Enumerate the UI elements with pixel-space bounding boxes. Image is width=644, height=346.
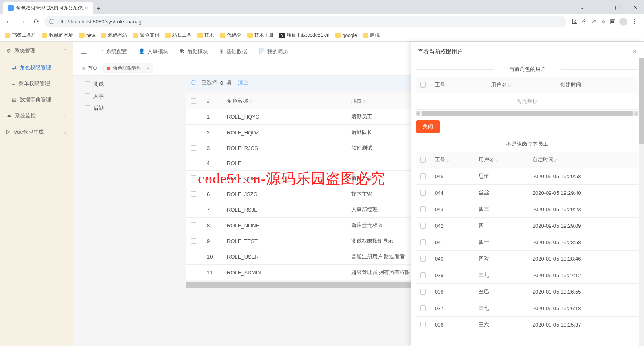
table-row[interactable]: 045思伍2020-09-05 19:29:58 bbox=[416, 168, 638, 185]
checkbox[interactable] bbox=[420, 322, 426, 327]
menu-icon: 👤 bbox=[138, 48, 145, 54]
checkbox[interactable] bbox=[191, 254, 196, 260]
dropdown-icon[interactable]: ⌄ bbox=[573, 0, 591, 14]
checkbox[interactable] bbox=[420, 206, 426, 212]
checkbox[interactable] bbox=[420, 239, 426, 245]
tree-item[interactable]: 人事 bbox=[77, 90, 182, 102]
checkbox[interactable] bbox=[420, 256, 426, 262]
checkbox[interactable] bbox=[420, 190, 426, 196]
bookmark-item[interactable]: 书签工具栏 bbox=[5, 32, 36, 39]
checkbox[interactable] bbox=[191, 270, 196, 275]
bookmark-item[interactable]: Y项目下载:code51.cn bbox=[279, 32, 330, 39]
tree-item[interactable]: 后勤 bbox=[77, 102, 182, 114]
horizontal-scrollbar[interactable]: ◂▸ bbox=[416, 111, 638, 116]
folder-icon bbox=[197, 33, 203, 38]
page-tab[interactable]: 首页 bbox=[78, 63, 101, 73]
checkbox[interactable] bbox=[191, 161, 196, 166]
checkbox[interactable] bbox=[420, 289, 426, 295]
top-menu-item[interactable]: ⌂系统配置 bbox=[101, 48, 127, 55]
sidebar-group-system[interactable]: ⚙系统管理 ⌃ bbox=[0, 42, 73, 60]
sort-icon[interactable]: ◇ bbox=[446, 83, 449, 87]
sidebar-toggle[interactable]: ☰ bbox=[80, 47, 87, 56]
checkbox[interactable] bbox=[191, 222, 196, 228]
vertical-scrollbar[interactable] bbox=[639, 58, 644, 346]
browser-tab[interactable]: 角色权限管理 OA协同办公系统 × bbox=[3, 2, 93, 14]
top-menu-item[interactable]: 🛠后勤模块 bbox=[180, 48, 208, 55]
checkbox[interactable] bbox=[85, 93, 90, 99]
close-icon[interactable]: × bbox=[632, 47, 637, 56]
tree-item[interactable]: 测试 bbox=[77, 78, 182, 90]
table-row[interactable]: 038仝巴2020-09-05 19:26:55 bbox=[416, 284, 638, 300]
checkbox[interactable] bbox=[420, 173, 426, 179]
sidebar-group-vue[interactable]: ▷Vue代码生成 ⌄ bbox=[0, 124, 73, 140]
checkbox[interactable] bbox=[191, 145, 196, 151]
url-input[interactable]: ⓘ http://localhost:8080/sys/role-manage bbox=[44, 16, 566, 27]
reload-button[interactable]: ⟳ bbox=[31, 16, 42, 27]
sort-icon[interactable]: ◇ bbox=[249, 99, 252, 103]
checkbox[interactable] bbox=[191, 175, 196, 181]
bookmark-item[interactable]: 源码网站 bbox=[101, 32, 127, 39]
new-tab-button[interactable]: + bbox=[93, 3, 104, 14]
table-row[interactable]: 040四玲2020-09-05 19:28:46 bbox=[416, 251, 638, 267]
checkbox[interactable] bbox=[191, 191, 196, 197]
table-row[interactable]: 044丝丝2020-09-05 19:29:40 bbox=[416, 185, 638, 201]
extension-icon[interactable]: ▣ bbox=[610, 18, 615, 26]
bookmark-item[interactable]: 腾讯 bbox=[363, 32, 380, 39]
table-row[interactable]: 041四一2020-09-05 19:28:58 bbox=[416, 234, 638, 251]
star-icon[interactable]: ☆ bbox=[601, 18, 606, 26]
checkbox[interactable] bbox=[191, 207, 196, 212]
key-icon[interactable]: ⚿ bbox=[572, 18, 578, 26]
table-row[interactable]: 039三九2020-09-05 19:27:12 bbox=[416, 267, 638, 284]
checkbox[interactable] bbox=[191, 130, 196, 135]
checkbox[interactable] bbox=[191, 238, 196, 244]
bookmark-item[interactable]: new bbox=[79, 33, 95, 38]
sort-icon[interactable]: ◇ bbox=[554, 158, 557, 162]
close-icon[interactable]: × bbox=[85, 5, 88, 11]
bookmark-item[interactable]: 技术手册 bbox=[247, 32, 274, 39]
checkbox[interactable] bbox=[420, 272, 426, 278]
share-icon[interactable]: ↗ bbox=[591, 18, 597, 26]
select-all-checkbox[interactable] bbox=[420, 82, 426, 88]
sidebar-item-menu[interactable]: ≡菜单权限管理 bbox=[0, 76, 73, 92]
profile-avatar[interactable] bbox=[619, 18, 627, 26]
menu-icon[interactable]: ⋮ bbox=[632, 18, 638, 26]
top-menu-item[interactable]: ⊞基础数据 bbox=[219, 48, 247, 55]
select-all-checkbox[interactable] bbox=[420, 157, 426, 163]
minimize-icon[interactable]: — bbox=[591, 0, 609, 14]
sort-icon[interactable]: ◇ bbox=[446, 158, 449, 162]
sort-icon[interactable]: ◇ bbox=[582, 83, 585, 87]
page-tab[interactable]: 角色权限管理× bbox=[103, 63, 153, 73]
bookmark-item[interactable]: 站长工具 bbox=[165, 32, 192, 39]
sidebar-group-monitor[interactable]: ☁系统监控 ⌄ bbox=[0, 108, 73, 124]
top-menu-item[interactable]: 📄我的简历 bbox=[258, 48, 288, 55]
select-all-checkbox[interactable] bbox=[191, 98, 196, 104]
close-window-icon[interactable]: ✕ bbox=[626, 0, 644, 14]
bookmark-item[interactable]: 收藏的网址 bbox=[42, 32, 73, 39]
checkbox[interactable] bbox=[191, 114, 196, 119]
table-row[interactable]: 036三六2020-09-05 19:25:37 bbox=[416, 317, 638, 333]
sidebar-item-dict[interactable]: ⊞数据字典管理 bbox=[0, 92, 73, 108]
back-button[interactable]: ← bbox=[3, 16, 14, 27]
close-icon[interactable]: × bbox=[147, 66, 149, 71]
bookmark-item[interactable]: google bbox=[335, 33, 357, 38]
checkbox[interactable] bbox=[85, 81, 90, 87]
table-row[interactable]: 042四二2020-09-05 19:29:09 bbox=[416, 218, 638, 234]
sort-icon[interactable]: ◇ bbox=[508, 83, 511, 87]
checkbox[interactable] bbox=[420, 305, 426, 311]
bookmark-item[interactable]: 代码仓 bbox=[220, 32, 242, 39]
checkbox[interactable] bbox=[85, 105, 90, 111]
close-button[interactable]: 关闭 bbox=[416, 120, 440, 133]
sort-icon[interactable]: ◇ bbox=[363, 99, 366, 103]
forward-button[interactable]: → bbox=[17, 16, 28, 27]
top-menu-item[interactable]: 👤人事模块 bbox=[138, 48, 168, 55]
sort-icon[interactable]: ◇ bbox=[495, 158, 498, 162]
checkbox[interactable] bbox=[420, 223, 426, 229]
bookmark-item[interactable]: 聚合支付 bbox=[133, 32, 159, 39]
bookmark-item[interactable]: 技术 bbox=[197, 32, 214, 39]
table-row[interactable]: 043四三2020-09-05 19:29:23 bbox=[416, 201, 638, 218]
sidebar-item-role[interactable]: ⇄角色权限管理 bbox=[0, 60, 73, 76]
table-row[interactable]: 037三七2020-09-05 19:26:18 bbox=[416, 300, 638, 317]
clear-selection[interactable]: 清空 bbox=[238, 79, 248, 86]
search-icon[interactable]: ⊙ bbox=[582, 18, 587, 26]
maximize-icon[interactable]: ▢ bbox=[609, 0, 626, 14]
